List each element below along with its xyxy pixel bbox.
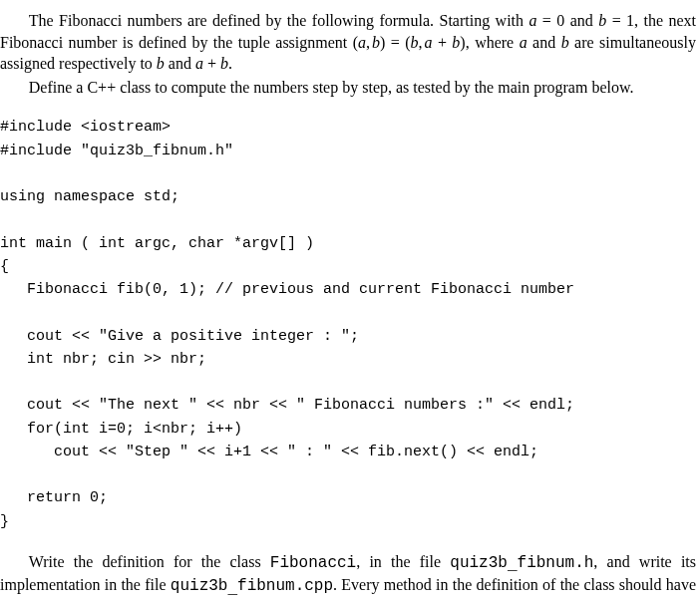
text: ), where bbox=[460, 34, 519, 51]
var-b: b bbox=[157, 55, 165, 72]
text: and bbox=[165, 55, 195, 72]
text: The Fibonacci numbers are defined by the… bbox=[29, 12, 529, 29]
paragraph-task: Define a C++ class to compute the number… bbox=[0, 77, 696, 99]
paragraph-intro: The Fibonacci numbers are defined by the… bbox=[0, 10, 696, 75]
text: . bbox=[228, 55, 232, 72]
var-a: a bbox=[358, 34, 366, 51]
var-a: a bbox=[520, 34, 527, 51]
text: = 0 and bbox=[536, 12, 598, 29]
text: and bbox=[527, 34, 561, 51]
class-name: Fibonacci bbox=[270, 554, 356, 572]
filename-impl: quiz3b_fibnum.cpp bbox=[171, 577, 333, 597]
text: , bbox=[419, 34, 423, 51]
code-block: #include <iostream> #include "quiz3b_fib… bbox=[0, 116, 696, 533]
text: , bbox=[366, 34, 370, 51]
text: + bbox=[432, 34, 452, 51]
filename-header: quiz3b_fibnum.h bbox=[450, 554, 593, 574]
var-b: b bbox=[220, 55, 228, 72]
paragraph-instructions: Write the definition for the class Fibon… bbox=[0, 551, 696, 602]
var-a: a bbox=[195, 55, 203, 72]
var-b: b bbox=[411, 34, 419, 51]
var-b: b bbox=[372, 34, 380, 51]
text: Define a C++ class to compute the number… bbox=[29, 79, 634, 96]
var-b: b bbox=[561, 34, 569, 51]
text: ) = ( bbox=[380, 34, 411, 51]
text: Write the definition for the class bbox=[29, 553, 270, 570]
text: + bbox=[203, 55, 220, 72]
text: , in the file bbox=[356, 553, 450, 570]
